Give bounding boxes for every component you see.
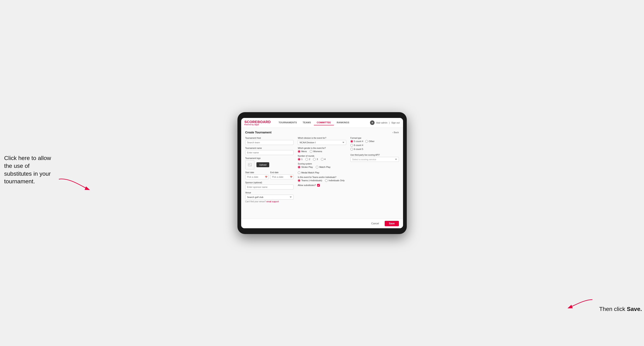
allow-subs-checkbox-label[interactable]: Allow substitutes? (298, 184, 346, 187)
tournament-host-input[interactable] (245, 140, 294, 145)
scoring-api-group: Use third-party live scoring API? Select… (350, 154, 399, 162)
nav-tournaments[interactable]: TOURNAMENTS (276, 120, 300, 125)
page-header: Create Tournament Back (245, 131, 399, 134)
form-section-left: Tournament Host Tournament name Tourname… (245, 137, 294, 205)
cancel-button[interactable]: Cancel (368, 221, 382, 226)
format-5count4[interactable]: 5 count 4 (350, 140, 363, 143)
rounds-group: Number of rounds 1 2 3 (298, 155, 346, 161)
format-row-1: 5 count 4 Other (350, 140, 399, 143)
venue-select[interactable]: Search golf club (245, 195, 294, 200)
rounds-radio-group: 1 2 3 4 (298, 158, 346, 161)
form-grid: Tournament Host Tournament name Tourname… (245, 137, 399, 205)
end-date-wrap: 📅 (270, 174, 294, 179)
sponsor-label: Sponsor (optional) (245, 181, 294, 184)
page-content: Create Tournament Back Tournament Host T… (241, 128, 403, 219)
tablet-device: SCOREBOARD Powered by clippd TOURNAMENTS… (238, 112, 407, 234)
venue-help: Can't find your venue? email support (245, 200, 294, 203)
logo-placeholder (245, 160, 254, 169)
arrow-left-icon (57, 175, 90, 191)
logo-area: SCOREBOARD Powered by clippd (244, 120, 271, 126)
arrow-right-icon (568, 298, 594, 310)
event-type-label: Is this event for Teams and/or Individua… (298, 176, 346, 178)
rounds-2[interactable]: 2 (306, 158, 310, 161)
logo-scoreboard: SCOREBOARD (244, 120, 271, 124)
navigation: SCOREBOARD Powered by clippd TOURNAMENTS… (241, 118, 403, 128)
venue-email-link[interactable]: email support (266, 200, 279, 203)
division-label: Which division is the event for? (298, 137, 346, 139)
rounds-3[interactable]: 3 (313, 158, 318, 161)
end-date-group: End date 📅 (270, 171, 294, 179)
format-other[interactable]: Other (365, 140, 374, 143)
logo-powered: Powered by clippd (244, 124, 271, 126)
tablet-screen: SCOREBOARD Powered by clippd TOURNAMENTS… (241, 118, 403, 228)
gender-group: Which gender is the event for? Mens Wome… (298, 147, 346, 153)
allow-subs-group: Allow substitutes? (298, 184, 346, 187)
calendar-icon-end: 📅 (290, 176, 292, 178)
gender-radio-group: Mens Womens (298, 150, 346, 153)
calendar-icon-start: 📅 (265, 176, 268, 178)
end-date-label: End date (270, 171, 294, 173)
start-date-wrap: 📅 (245, 174, 269, 179)
form-section-right: Format type 5 count 4 Other (350, 137, 399, 205)
start-date-group: Start date 📅 (245, 171, 269, 179)
rounds-1[interactable]: 1 (298, 158, 302, 161)
format-row-2: 6 count 4 (350, 144, 399, 147)
back-link[interactable]: Back (392, 131, 399, 134)
format-group: Format type 5 count 4 Other (350, 137, 399, 151)
event-teams[interactable]: Teams (+Individuals) (298, 179, 322, 182)
rounds-label: Number of rounds (298, 155, 346, 157)
form-section-middle: Which division is the event for? NCAA Di… (298, 137, 346, 205)
scoring-stroke[interactable]: Stroke Play (298, 166, 313, 169)
sponsor-group: Sponsor (optional) (245, 181, 294, 189)
avatar: B (370, 120, 374, 125)
division-select[interactable]: NCAA Division I (298, 140, 346, 145)
tournament-name-label: Tournament name (245, 147, 294, 149)
nav-rankings[interactable]: RANKINGS (334, 120, 352, 125)
scoring-label: Scoring system (298, 163, 346, 165)
annotation-right: Then click Save. (599, 305, 642, 313)
tournament-host-label: Tournament Host (245, 137, 294, 139)
user-name: blair admin (376, 122, 387, 124)
sign-out-link[interactable]: Sign out (391, 122, 400, 124)
tournament-logo-label: Tournament logo (245, 157, 294, 159)
logo-upload-area: Upload (245, 160, 294, 169)
save-button[interactable]: Save (385, 221, 399, 226)
division-group: Which division is the event for? NCAA Di… (298, 137, 346, 145)
scoring-medal-match[interactable]: Medal Match Play (298, 171, 319, 174)
annotation-left: Click here to allow the use of substitut… (4, 154, 58, 185)
tournament-logo-group: Tournament logo Upload (245, 157, 294, 169)
format-6count4[interactable]: 6 count 4 (350, 144, 363, 147)
nav-right: B blair admin | Sign out (370, 120, 400, 125)
format-row-3: 6 count 5 (350, 148, 399, 151)
nav-committee[interactable]: COMMITTEE (314, 120, 334, 125)
event-type-group: Is this event for Teams and/or Individua… (298, 176, 346, 182)
scoring-api-label: Use third-party live scoring API? (350, 154, 399, 156)
tournament-host-group: Tournament Host (245, 137, 294, 145)
scoring-group: Scoring system Stroke Play Match Play Me… (298, 163, 346, 174)
scoring-match[interactable]: Match Play (316, 166, 330, 169)
scoring-radio-group: Stroke Play Match Play Medal Match Play (298, 166, 346, 174)
allow-subs-checkbox[interactable] (317, 184, 320, 187)
gender-womens[interactable]: Womens (310, 150, 322, 153)
event-type-radio-group: Teams (+Individuals) Individuals Only (298, 179, 346, 182)
sponsor-input[interactable] (245, 184, 294, 189)
format-6count5[interactable]: 6 count 5 (350, 148, 363, 151)
format-options: 5 count 4 Other 6 count 4 (350, 140, 399, 151)
gender-mens[interactable]: Mens (298, 150, 307, 153)
nav-links: TOURNAMENTS TEAMS COMMITTEE RANKINGS (276, 120, 370, 125)
pipe-separator: | (389, 122, 390, 124)
start-date-label: Start date (245, 171, 269, 173)
nav-teams[interactable]: TEAMS (300, 120, 314, 125)
rounds-4[interactable]: 4 (321, 158, 326, 161)
venue-label: Venue (245, 191, 294, 194)
upload-button[interactable]: Upload (256, 162, 270, 167)
date-row: Start date 📅 End date 📅 (245, 171, 294, 179)
event-individuals[interactable]: Individuals Only (325, 179, 344, 182)
venue-group: Venue Search golf club Can't find your v… (245, 191, 294, 203)
page-footer: Cancel Save (241, 219, 403, 228)
gender-label: Which gender is the event for? (298, 147, 346, 149)
scoring-api-select[interactable]: Select a scoring service (350, 157, 399, 162)
tournament-name-group: Tournament name (245, 147, 294, 155)
tournament-name-input[interactable] (245, 150, 294, 155)
allow-subs-label: Allow substitutes? (298, 184, 316, 186)
